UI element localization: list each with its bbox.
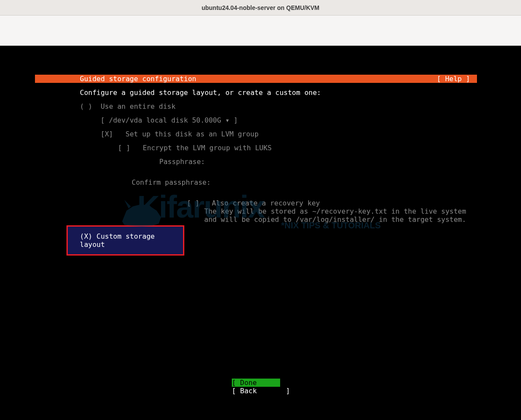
window-titlebar: ubuntu24.04-noble-server on QEMU/KVM (0, 0, 521, 16)
installer-content: Configure a guided storage layout, or cr… (35, 83, 477, 224)
footer-buttons: [ Done ] [ Back ] (35, 379, 477, 395)
recovery-hint-2: and will be copied to /var/log/installer… (80, 215, 477, 224)
radio-custom-layout-label: (X) Custom storage layout (80, 232, 183, 249)
vm-viewport: Guided storage configuration [ Help ] Co… (0, 46, 521, 420)
intro-text: Configure a guided storage layout, or cr… (80, 88, 477, 97)
help-button[interactable]: [ Help ] (437, 75, 470, 83)
page-title: Guided storage configuration (80, 75, 437, 83)
radio-custom-layout[interactable]: (X) Custom storage layout (66, 225, 184, 256)
confirm-passphrase-label: Confirm passphrase: (80, 178, 477, 186)
checkbox-recovery-key[interactable]: [ ] Also create a recovery key (80, 199, 477, 207)
radio-entire-disk[interactable]: ( ) Use an entire disk (80, 102, 477, 111)
checkbox-lvm[interactable]: [X] Set up this disk as an LVM group (80, 130, 477, 138)
disk-select-dropdown[interactable]: [ /dev/vda local disk 50.000G ▾ ] (80, 116, 477, 124)
checkbox-luks[interactable]: [ ] Encrypt the LVM group with LUKS (80, 144, 477, 152)
back-button[interactable]: [ Back ] (232, 387, 280, 395)
recovery-hint-1: The key will be stored as ~/recovery-key… (80, 207, 477, 215)
window-title: ubuntu24.04-noble-server on QEMU/KVM (202, 4, 319, 11)
passphrase-label: Passphrase: (80, 158, 477, 166)
toolbar-area (0, 16, 521, 46)
done-button[interactable]: [ Done ] (232, 379, 280, 387)
installer-screen[interactable]: Guided storage configuration [ Help ] Co… (35, 75, 477, 404)
installer-header: Guided storage configuration [ Help ] (35, 75, 477, 83)
